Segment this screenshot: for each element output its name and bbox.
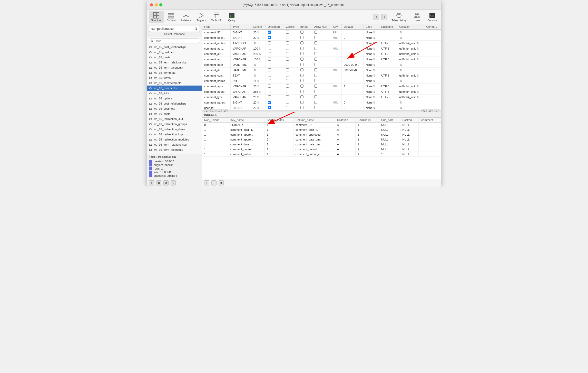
table-row[interactable]: comment_IDBIGINT20⇅PRINone⇅⇅: [202, 30, 441, 35]
table-cell: utf8mb4_unic⇅: [397, 95, 424, 100]
table-cell: None⇅: [364, 41, 379, 46]
svg-rect-15: [214, 13, 219, 18]
query-button[interactable]: $_ Query: [225, 11, 238, 23]
divider-bar[interactable]: + − + ↺ ✎ ⚙ ≡: [202, 110, 441, 112]
table-row[interactable]: comment_aut...VARCHAR100⇅MULNone⇅UTF-8ut…: [202, 46, 441, 51]
table-row[interactable]: comment_karmaINT11⇅0None⇅⇅: [202, 78, 441, 84]
forward-button[interactable]: ›: [381, 14, 387, 20]
footer-refresh-button[interactable]: ↺: [219, 180, 224, 185]
table-cell: VARCHAR: [231, 84, 251, 89]
table-settings-button[interactable]: ⚙: [156, 180, 161, 185]
maximize-button[interactable]: [159, 3, 162, 6]
structure-col-header: Key: [331, 24, 342, 30]
minimize-button[interactable]: [155, 3, 158, 6]
sidebar-table-item[interactable]: 🗂wp_16_posts: [147, 111, 202, 116]
table-row[interactable]: 1comment_appro...1comment_approvedA1NULL…: [202, 132, 441, 137]
sidebar-table-item[interactable]: 🗂wp_16_redirection_logs: [147, 132, 202, 137]
table-cell: ⇅: [397, 62, 424, 68]
table-cell: utf8mb4_unic⇅: [397, 51, 424, 57]
back-button[interactable]: ‹: [373, 14, 379, 20]
table-cell: VARCHAR: [231, 51, 251, 57]
sidebar-table-item[interactable]: 🗂wp_16_term_relationships: [147, 142, 202, 147]
sidebar: campbellsoupco ⇅ Select Database 🔍 🗂wp_1…: [147, 24, 202, 186]
table-info-item: created: 5/24/16: [149, 160, 200, 163]
console-button[interactable]: LOG Console: [425, 11, 439, 23]
toolbar-right: ‹ › Table History Users LOG Console: [373, 11, 439, 23]
sidebar-table-item[interactable]: 🗂wp_15_terms: [147, 75, 202, 80]
table-row[interactable]: comment_typeVARCHAR20⇅None⇅UTF-8utf8mb4_…: [202, 95, 441, 100]
sidebar-table-item[interactable]: 🗂wp_16_redirection_items: [147, 127, 202, 132]
table-cell: comment_appro...: [228, 137, 264, 142]
table-row[interactable]: 1comment_post_ID1comment_post_IDA1NULLNU…: [202, 127, 441, 132]
sidebar-table-item[interactable]: 🗂wp_15_postmeta: [147, 50, 202, 55]
table-name: wp_15_term_relationships: [154, 61, 187, 64]
table-row[interactable]: comment_dat...DATETIME⇅MUL0000-00-0...No…: [202, 68, 441, 73]
sidebar-table-item[interactable]: 🗂wp_16_links: [147, 91, 202, 96]
table-cell: VARCHAR: [231, 89, 251, 95]
table-row[interactable]: comment_appr...VARCHAR20⇅MUL1None⇅UTF-8u…: [202, 84, 441, 89]
table-row[interactable]: comment_con...TEXT⇅None⇅UTF-8utf8mb4_uni…: [202, 73, 441, 78]
table-row[interactable]: comment_authorTINYTEXT⇅None⇅UTF-8utf8mb4…: [202, 41, 441, 46]
filter-input[interactable]: [149, 38, 200, 43]
db-selector[interactable]: campbellsoupco ⇅: [149, 26, 200, 32]
users-button[interactable]: Users: [410, 11, 423, 23]
table-row[interactable]: comment_dateDATETIME⇅0000-00-0...None⇅⇅: [202, 62, 441, 68]
content-button[interactable]: Content: [165, 11, 178, 23]
sidebar-table-item[interactable]: 🗂wp_16_redirection_groups: [147, 122, 202, 127]
sidebar-table-item[interactable]: 🗂wp_16_redirection_404: [147, 116, 202, 122]
structure-col-header: Type: [231, 24, 251, 30]
table-cell: [379, 62, 397, 68]
sidebar-table-item[interactable]: 🗂wp_16_comments: [147, 86, 202, 91]
table-row[interactable]: 1comment_autho...1comment_author_e...A11…: [202, 152, 441, 157]
footer-add-button[interactable]: +: [204, 180, 209, 185]
sidebar-table-item[interactable]: 🗂wp_16_postmeta: [147, 106, 202, 111]
table-cell: comment_aut...: [202, 46, 231, 51]
table-row[interactable]: user_idBIGINT20⇅0None⇅⇅: [202, 105, 441, 110]
table-cell: [419, 147, 441, 152]
table-row[interactable]: 0PRIMARY1comment_IDA1NULLNULL: [202, 123, 441, 127]
sidebar-table-item[interactable]: 🗂wp_16_term_taxonomy: [147, 147, 202, 152]
table-cell: None⇅: [364, 35, 379, 41]
sidebar-table-item[interactable]: 🗂wp_15_post_relationships: [147, 44, 202, 50]
table-cell: 1: [355, 142, 379, 147]
sidebar-table-item[interactable]: 🗂wp_16_options: [147, 96, 202, 101]
table-row[interactable]: comment_aut...VARCHAR200⇅None⇅UTF-8utf8m…: [202, 51, 441, 57]
sidebar-table-item[interactable]: 🗂wp_15_term_relationships: [147, 60, 202, 65]
table-cell: None⇅: [364, 73, 379, 78]
sidebar-table-item[interactable]: 🗂wp_15_term_taxonomy: [147, 65, 202, 70]
table-cell: [331, 57, 342, 62]
table-info-button[interactable]: Table Info: [209, 11, 224, 23]
sidebar-table-item[interactable]: 🗂wp_16_redirection_modules: [147, 137, 202, 142]
footer-remove-button[interactable]: −: [211, 180, 217, 185]
table-row[interactable]: 1comment_date_...1comment_date_gmtA1NULL…: [202, 142, 441, 147]
table-row[interactable]: 1comment_parent1comment_parentA1NULLNULL: [202, 147, 441, 152]
sidebar-table-item[interactable]: 🗂wp_15_termmeta: [147, 70, 202, 75]
table-cell: None⇅: [364, 95, 379, 100]
table-cell: [312, 68, 331, 73]
query-icon: $_: [228, 12, 235, 19]
table-icon: 🗂: [149, 91, 152, 95]
table-row[interactable]: comment_parentBIGINT20⇅MUL0None⇅⇅: [202, 100, 441, 105]
table-icon: 🗂: [149, 148, 152, 152]
add-table-button[interactable]: +: [149, 180, 154, 185]
table-row[interactable]: comment_post...BIGINT20⇅MUL0None⇅⇅: [202, 35, 441, 41]
refresh-tables-button[interactable]: ↺: [163, 180, 169, 185]
table-cell: 1: [265, 147, 293, 152]
table-cell: utf8mb4_unic⇅: [397, 41, 424, 46]
info-table-button[interactable]: ℹ: [171, 180, 176, 185]
table-row[interactable]: 1comment_appro...2comment_date_gmtA1NULL…: [202, 137, 441, 142]
table-cell: [331, 51, 342, 57]
table-cell: [312, 100, 331, 105]
table-row[interactable]: comment_agentVARCHAR255⇅None⇅UTF-8utf8mb…: [202, 89, 441, 95]
relations-button[interactable]: Relations: [179, 11, 194, 23]
table-cell: PRIMARY: [228, 123, 264, 127]
structure-button[interactable]: Structure: [149, 11, 164, 23]
sidebar-table-item[interactable]: 🗂wp_16_commentmeta: [147, 80, 202, 86]
indexes-table-container: Non_uniqueKey_nameSeq_in_indexColumn_nam…: [202, 118, 441, 179]
close-button[interactable]: [150, 3, 153, 6]
table-row[interactable]: comment_aut...VARCHAR100⇅None⇅UTF-8utf8m…: [202, 57, 441, 62]
sidebar-table-item[interactable]: 🗂wp_16_post_relationships: [147, 101, 202, 106]
table-history-button[interactable]: Table History: [389, 11, 408, 23]
sidebar-table-item[interactable]: 🗂wp_15_posts: [147, 55, 202, 60]
triggers-button[interactable]: Triggers: [194, 11, 208, 23]
